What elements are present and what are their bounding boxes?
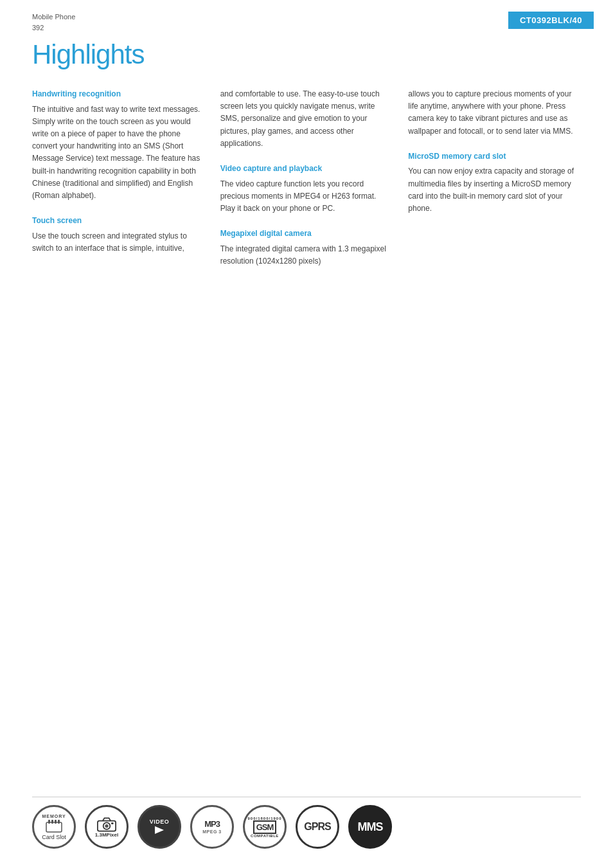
svg-point-7 xyxy=(105,824,108,827)
page-header: Mobile Phone 392 CT0392BLK/40 xyxy=(0,0,613,33)
page-title: Highlights xyxy=(0,33,613,70)
content-area: Handwriting recognition The intuitive an… xyxy=(0,88,613,280)
svg-marker-9 xyxy=(155,826,164,834)
svg-rect-2 xyxy=(51,820,53,824)
section-video: Video capture and playback The video cap… xyxy=(220,163,393,215)
column-1: Handwriting recognition The intuitive an… xyxy=(32,88,205,280)
section-touch-cont: and comfortable to use. The easy-to-use … xyxy=(220,88,393,150)
divider xyxy=(32,797,581,797)
section-microsd: MicroSD memory card slot You can now enj… xyxy=(408,150,581,215)
video-label: VIDEO xyxy=(150,818,170,825)
gsm-main: GSM xyxy=(253,820,277,834)
model-number: 392 xyxy=(32,23,75,33)
mpeg-text: MP3 xyxy=(204,820,220,828)
section-body-handwriting: The intuitive and fast way to write text… xyxy=(32,104,205,203)
gsm-icon: 900/1800/1900 GSM COMPATIBLE xyxy=(243,805,287,849)
camera-label: 1.3MPixel xyxy=(95,832,118,838)
section-title-touch: Touch screen xyxy=(32,215,205,227)
header-left: Mobile Phone 392 xyxy=(32,12,75,33)
section-title-camera: Megapixel digital camera xyxy=(220,228,393,240)
svg-rect-4 xyxy=(58,820,60,824)
memory-top-label: MEMORY xyxy=(42,814,66,818)
section-title-video: Video capture and playback xyxy=(220,163,393,175)
mpeg-icon: MP3 MPEG 3 xyxy=(190,805,234,849)
svg-rect-3 xyxy=(55,820,57,824)
camera-svg xyxy=(97,817,116,832)
column-2: and comfortable to use. The easy-to-use … xyxy=(220,88,393,280)
gsm-sub: COMPATIBLE xyxy=(251,834,279,838)
product-category: Mobile Phone xyxy=(32,12,75,23)
memory-card-graphic xyxy=(45,820,63,833)
gprs-icon: GPRS xyxy=(296,805,339,849)
camera-icon: 1.3MPixel xyxy=(85,805,129,849)
section-body-touch-cont: and comfortable to use. The easy-to-use … xyxy=(220,88,393,150)
memory-bottom-label: Card Slot xyxy=(42,834,66,840)
section-handwriting: Handwriting recognition The intuitive an… xyxy=(32,88,205,202)
section-touch: Touch screen Use the touch screen and in… xyxy=(32,215,205,255)
product-code: CT0392BLK/40 xyxy=(508,12,594,29)
section-camera-cont: allows you to capture precious moments o… xyxy=(408,88,581,138)
footer-icons: MEMORY Card Slot 1.3MPixel VIDE xyxy=(32,805,392,849)
column-3: allows you to capture precious moments o… xyxy=(408,88,581,280)
section-body-microsd: You can now enjoy extra capacity and sto… xyxy=(408,165,581,215)
svg-rect-0 xyxy=(46,822,62,832)
gprs-text: GPRS xyxy=(304,821,330,833)
mms-text: MMS xyxy=(358,820,383,834)
section-body-camera-cont: allows you to capture precious moments o… xyxy=(408,88,581,138)
section-body-video: The video capture function lets you reco… xyxy=(220,178,393,215)
video-play-graphic xyxy=(152,825,166,835)
section-title-microsd: MicroSD memory card slot xyxy=(408,150,581,163)
section-camera: Megapixel digital camera The integrated … xyxy=(220,228,393,267)
mpeg-sub: MPEG 3 xyxy=(202,829,221,834)
section-body-camera: The integrated digital camera with 1.3 m… xyxy=(220,243,393,267)
memory-card-icon: MEMORY Card Slot xyxy=(32,805,76,849)
svg-rect-1 xyxy=(48,820,50,824)
video-icon: VIDEO xyxy=(138,805,181,849)
section-title-handwriting: Handwriting recognition xyxy=(32,88,205,100)
section-body-touch: Use the touch screen and integrated styl… xyxy=(32,230,205,255)
svg-rect-8 xyxy=(111,822,114,824)
mms-icon: MMS xyxy=(348,805,392,849)
